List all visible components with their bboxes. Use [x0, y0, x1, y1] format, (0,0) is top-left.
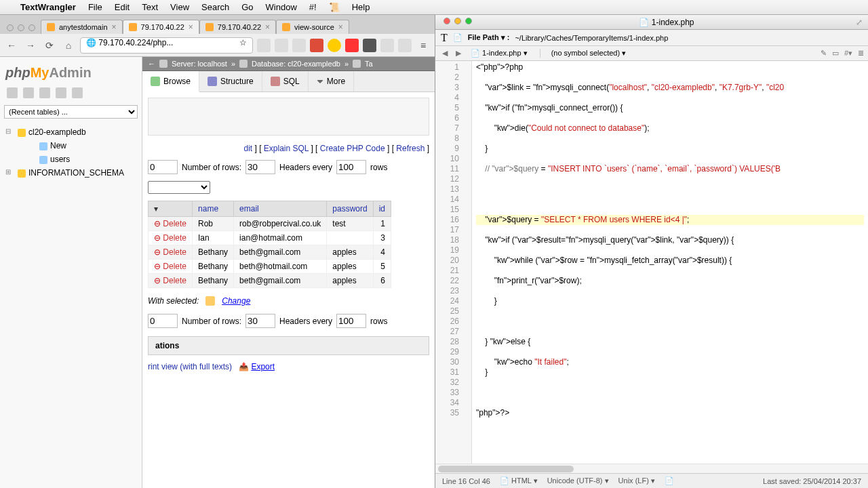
split-icon[interactable]: ≣ [858, 49, 864, 58]
ext-icon[interactable] [328, 39, 341, 52]
close-icon[interactable]: × [189, 22, 193, 32]
menu-icon[interactable]: ≡ [416, 38, 431, 53]
close-icon[interactable]: × [338, 22, 343, 32]
num-rows-input[interactable] [245, 314, 275, 328]
forward-button[interactable]: → [23, 38, 38, 53]
create-php-link[interactable]: Create PHP Code [320, 144, 385, 153]
app-name[interactable]: TextWrangler [20, 2, 76, 12]
col-header-name[interactable]: name [193, 201, 234, 217]
close-icon[interactable]: × [265, 22, 270, 32]
nav-back-icon[interactable]: ◀ [439, 49, 450, 58]
start-row-input[interactable] [148, 314, 178, 328]
delete-link[interactable]: Delete [163, 219, 186, 228]
browser-tab[interactable]: 79.170.40.22× [199, 20, 276, 34]
start-row-input[interactable] [148, 160, 178, 174]
favicon-icon [129, 23, 137, 31]
table-row[interactable]: ⊖ DeleteBethanybeth@gmail.comapples4 [149, 245, 391, 260]
ext-icon[interactable] [257, 39, 271, 52]
includes-icon[interactable]: #▾ [844, 49, 852, 58]
headers-input[interactable] [336, 314, 366, 328]
menu-text[interactable]: Text [142, 2, 158, 12]
tab-more[interactable]: More [309, 71, 354, 92]
cursor-position[interactable]: Line 16 Col 46 [442, 477, 490, 485]
menu-edit[interactable]: Edit [115, 2, 130, 12]
menu-script-icon[interactable]: 📜 [329, 2, 340, 12]
headers-input[interactable] [336, 160, 366, 174]
window-traffic-lights[interactable] [441, 18, 477, 27]
code-content[interactable]: <"php">?php "var">$link = "fn">mysqli_co… [472, 61, 868, 464]
table-icon [39, 156, 47, 164]
menu-shebang[interactable]: #! [309, 2, 317, 12]
menu-help[interactable]: Help [352, 2, 370, 12]
change-link[interactable]: Change [222, 296, 250, 306]
ext-icon[interactable] [275, 39, 288, 52]
encoding[interactable]: Unicode (UTF-8) ▾ [547, 476, 609, 485]
marker-icon[interactable]: ✎ [821, 49, 827, 58]
db-node[interactable]: cl20-exampledb [4, 125, 138, 139]
ext-icon[interactable] [363, 39, 376, 52]
close-icon[interactable]: × [112, 22, 117, 32]
export-links: rint view (with full texts) 📤 Export [142, 359, 435, 374]
doc-selector[interactable]: 📄 1-index.php ▾ [467, 49, 540, 58]
tab-browse[interactable]: Browse [142, 71, 199, 92]
nav-forward-icon[interactable]: ▶ [453, 49, 464, 58]
explain-link[interactable]: Explain SQL [264, 144, 309, 153]
home-button[interactable]: ⌂ [61, 38, 76, 53]
back-button[interactable]: ← [4, 38, 19, 53]
browser-tab[interactable]: anytestdomain× [41, 20, 123, 34]
reload-button[interactable]: ⟳ [42, 38, 57, 53]
delete-link[interactable]: Delete [163, 276, 186, 285]
pma-quick-icons[interactable] [4, 87, 138, 105]
menu-search[interactable]: Search [201, 2, 229, 12]
db-node[interactable]: INFORMATION_SCHEMA [4, 166, 138, 180]
table-row[interactable]: ⊖ DeleteBethanybeth@gmail.comapples6 [149, 274, 391, 288]
h-scrollbar[interactable] [435, 464, 868, 473]
num-rows-input[interactable] [245, 160, 275, 174]
tree-table-users[interactable]: users [16, 152, 138, 166]
url-input[interactable]: 🌐 79.170.40.224/php...☆ [80, 37, 253, 54]
table-row[interactable]: ⊖ DeleteRobrob@robpercival.co.uktest1 [149, 217, 391, 231]
ext-icon[interactable] [398, 39, 412, 52]
nav-back-icon[interactable]: ← [148, 60, 155, 68]
delete-link[interactable]: Delete [163, 233, 186, 243]
maximize-icon[interactable]: ⤢ [856, 18, 863, 27]
menu-view[interactable]: View [170, 2, 189, 12]
ext-icon[interactable] [310, 39, 323, 52]
operations-panel[interactable]: ations [148, 336, 429, 355]
ext-icon[interactable] [345, 39, 359, 52]
export-link[interactable]: Export [251, 362, 275, 371]
col-header-actions[interactable]: ▾ [149, 201, 193, 217]
refresh-link[interactable]: Refresh [396, 144, 425, 153]
new-icon [39, 142, 47, 150]
window-traffic-lights[interactable] [4, 24, 41, 34]
delete-link[interactable]: Delete [163, 262, 186, 271]
counterpart-icon[interactable]: ▭ [832, 49, 839, 58]
text-tool-icon[interactable]: T [441, 32, 448, 44]
menu-file[interactable]: File [88, 2, 102, 12]
ext-icon[interactable] [380, 39, 394, 52]
line-endings[interactable]: Unix (LF) ▾ [618, 476, 655, 485]
table-row[interactable]: ⊖ DeleteBethanybeth@hotmail.comapples5 [149, 260, 391, 274]
language-mode[interactable]: 📄 HTML ▾ [500, 476, 538, 485]
tab-structure[interactable]: Structure [199, 71, 262, 92]
code-area[interactable]: 1234567891011121314151617181920212223242… [435, 61, 868, 464]
file-path[interactable]: ~/Library/Caches/TemporaryItems/1-index.… [515, 34, 668, 42]
col-header-email[interactable]: email [234, 201, 327, 217]
table-row[interactable]: ⊖ DeleteIanian@hotmail.com3 [149, 231, 391, 245]
col-header-password[interactable]: password [327, 201, 373, 217]
structure-icon [208, 77, 217, 86]
browser-tab[interactable]: view-source× [276, 20, 349, 34]
editor-navbar: ◀ ▶ 📄 1-index.php ▾ (no symbol selected)… [435, 46, 868, 61]
tree-new[interactable]: New [16, 139, 138, 152]
menu-go[interactable]: Go [241, 2, 253, 12]
delete-link[interactable]: Delete [163, 247, 186, 257]
sort-select[interactable] [148, 181, 210, 194]
symbol-selector[interactable]: (no symbol selected) ▾ [543, 49, 818, 58]
edit-link[interactable]: dit [243, 144, 252, 153]
recent-tables-select[interactable]: (Recent tables) ... [4, 105, 138, 119]
col-header-id[interactable]: id [373, 201, 391, 217]
tab-sql[interactable]: SQL [262, 71, 309, 92]
menu-window[interactable]: Window [266, 2, 297, 12]
browser-tab[interactable]: 79.170.40.22× [123, 20, 199, 34]
ext-icon[interactable] [292, 39, 306, 52]
